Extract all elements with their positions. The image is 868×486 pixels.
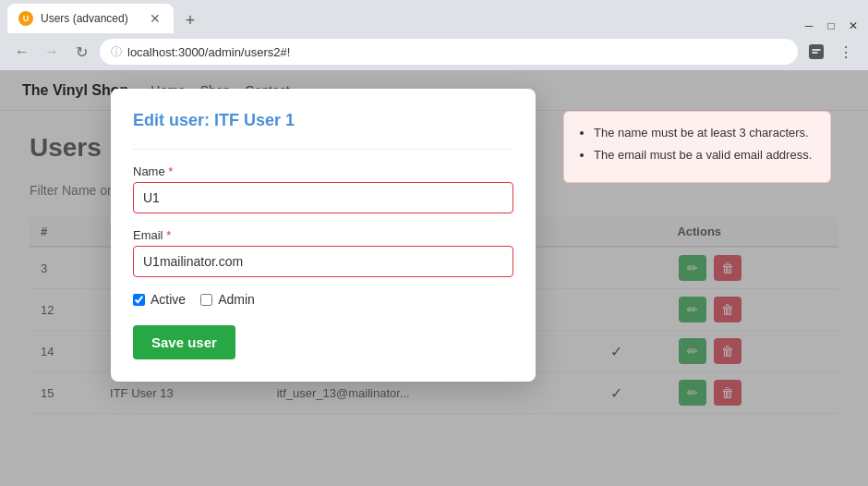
active-label: Active: [151, 292, 186, 307]
email-label: Email *: [133, 228, 513, 242]
browser-tab[interactable]: U Users (advanced) ✕: [7, 4, 174, 33]
url-text: localhost:3000/admin/users2#!: [127, 45, 290, 59]
reload-button[interactable]: ↻: [70, 41, 92, 63]
edit-user-modal: Edit user: ITF User 1 Name * Email * Act…: [111, 89, 536, 382]
error-item: The email must be a valid email address.: [594, 147, 815, 164]
modal-overlay: Edit user: ITF User 1 Name * Email * Act…: [0, 70, 868, 486]
modal-title: Edit user: ITF User 1: [133, 111, 513, 130]
admin-checkbox-label[interactable]: Admin: [200, 292, 255, 307]
back-button[interactable]: ←: [11, 41, 33, 63]
browser-menu-button[interactable]: ⋮: [835, 41, 857, 63]
forward-button[interactable]: →: [41, 41, 63, 63]
error-item: The name must be at least 3 characters.: [594, 125, 815, 141]
active-checkbox-label[interactable]: Active: [133, 292, 186, 307]
admin-label: Admin: [218, 292, 255, 307]
error-list: The name must be at least 3 characters.T…: [579, 125, 815, 164]
new-tab-button[interactable]: +: [177, 7, 203, 33]
tab-favicon: U: [18, 11, 33, 26]
window-close-button[interactable]: ✕: [846, 18, 861, 33]
error-popup: The name must be at least 3 characters.T…: [563, 111, 831, 183]
tab-title: Users (advanced): [41, 12, 128, 25]
name-label: Name *: [133, 164, 513, 178]
save-user-button[interactable]: Save user: [133, 325, 235, 359]
active-checkbox[interactable]: [133, 294, 145, 306]
email-input[interactable]: [133, 246, 513, 277]
svg-rect-0: [809, 44, 824, 59]
tab-close-button[interactable]: ✕: [148, 11, 163, 26]
address-bar[interactable]: ⓘ localhost:3000/admin/users2#!: [100, 39, 798, 65]
admin-checkbox[interactable]: [200, 294, 212, 306]
maximize-button[interactable]: □: [824, 18, 838, 33]
lock-icon: ⓘ: [111, 44, 122, 60]
name-input[interactable]: [133, 182, 513, 213]
profile-button[interactable]: [805, 41, 827, 63]
minimize-button[interactable]: ─: [802, 18, 816, 33]
